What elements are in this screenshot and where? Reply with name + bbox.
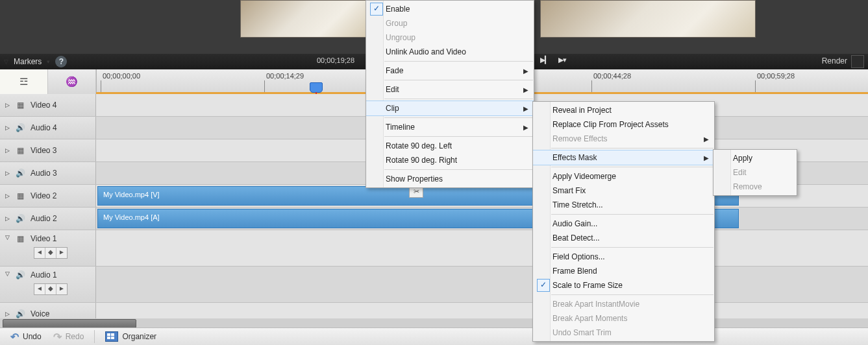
- next-keyframe-icon[interactable]: ►: [56, 248, 67, 258]
- context-menu-main[interactable]: ✓EnableGroupUngroupUnlink Audio and Vide…: [366, 0, 534, 188]
- track-header[interactable]: ▷🔊Audio 2: [0, 208, 96, 230]
- undo-icon: ↶: [10, 331, 19, 343]
- track-expand-icon[interactable]: ▷: [5, 193, 10, 199]
- track-expand-icon[interactable]: ▽: [5, 270, 10, 277]
- menu-item[interactable]: Effects Mask▶: [533, 150, 714, 165]
- context-menu-effects-mask[interactable]: ApplyEditRemove: [713, 149, 797, 196]
- track-header[interactable]: ▷▦Video 3: [0, 139, 96, 161]
- menu-item[interactable]: Beat Detect...: [533, 231, 714, 245]
- menu-item-label: Undo Smart Trim: [552, 328, 612, 337]
- menu-item[interactable]: Rotate 90 deg. Right: [366, 153, 534, 167]
- speaker-icon[interactable]: 🔊: [15, 270, 25, 280]
- submenu-arrow-icon: ▶: [523, 67, 528, 75]
- redo-button[interactable]: ↷ Redo: [49, 329, 88, 344]
- menu-item[interactable]: Timeline▶: [366, 120, 534, 134]
- tool-timeline-icon[interactable]: ☲: [0, 69, 48, 94]
- menu-item[interactable]: Fade▶: [366, 64, 534, 78]
- keyframe-nav[interactable]: ◄◆►: [34, 247, 68, 259]
- track-header[interactable]: ▷🔊Audio 4: [0, 117, 96, 139]
- timeline-scrollbar[interactable]: [0, 318, 868, 327]
- timeline-scrollbar-thumb[interactable]: [3, 319, 136, 328]
- menu-separator: [551, 294, 713, 295]
- menu-item[interactable]: Clip▶: [366, 101, 534, 116]
- menu-item: Remove: [713, 180, 797, 194]
- menu-item-label: Effects Mask: [552, 153, 597, 162]
- speaker-icon[interactable]: 🔊: [15, 123, 25, 132]
- menu-item[interactable]: Unlink Audio and Video: [366, 45, 534, 59]
- track-header[interactable]: ▷▦Video 4: [0, 94, 96, 116]
- speaker-icon[interactable]: 🔊: [15, 309, 25, 318]
- menu-item[interactable]: Reveal in Project: [533, 103, 714, 117]
- organizer-button[interactable]: Organizer: [101, 330, 160, 343]
- speaker-icon[interactable]: 🔊: [15, 214, 25, 223]
- menu-item[interactable]: Smart Fix: [533, 184, 714, 198]
- undo-button[interactable]: ↶ Undo: [6, 329, 45, 344]
- keyframe-nav[interactable]: ◄◆►: [34, 283, 68, 295]
- menu-item[interactable]: Frame Blend: [533, 264, 714, 278]
- menu-item-label: Ungroup: [386, 33, 415, 42]
- track-expand-icon[interactable]: ▽: [5, 234, 10, 241]
- track-header[interactable]: ▽🔊Audio 1◄◆►: [0, 267, 96, 302]
- track-expand-icon[interactable]: ▷: [5, 311, 10, 317]
- track-body[interactable]: My Video.mp4 [A]: [96, 208, 868, 230]
- markers-expand-icon[interactable]: ▽: [4, 58, 8, 65]
- menu-item[interactable]: Audio Gain...: [533, 217, 714, 231]
- track-expand-icon[interactable]: ▷: [5, 147, 10, 154]
- track-header[interactable]: ▷🔊Audio 3: [0, 162, 96, 184]
- next-keyframe-icon[interactable]: ►: [56, 284, 67, 294]
- track-expand-icon[interactable]: ▷: [5, 125, 10, 131]
- playhead[interactable]: [310, 82, 323, 93]
- filmstrip-icon[interactable]: ▦: [15, 146, 25, 155]
- menu-item[interactable]: Show Properties: [366, 172, 534, 186]
- panel-menu-icon[interactable]: [851, 55, 864, 68]
- tool-audio-icon[interactable]: ♒: [48, 69, 96, 94]
- track-name: Video 3: [31, 146, 56, 155]
- menu-item[interactable]: Rotate 90 deg. Left: [366, 139, 534, 153]
- menu-item[interactable]: ✓Enable: [366, 2, 534, 16]
- submenu-arrow-icon: ▶: [523, 86, 528, 93]
- menu-item[interactable]: Replace Clip From Project Assets: [533, 117, 714, 132]
- context-menu-clip[interactable]: Reveal in ProjectReplace Clip From Proje…: [532, 101, 715, 342]
- menu-item-label: Smart Fix: [552, 186, 586, 195]
- organizer-label: Organizer: [122, 332, 156, 341]
- goto-marker-icon[interactable]: ▶▾: [558, 56, 566, 64]
- submenu-arrow-icon: ▶: [523, 105, 528, 112]
- menu-item[interactable]: Apply Videomerge: [533, 169, 714, 184]
- track-header[interactable]: ▽▦Video 1◄◆►: [0, 230, 96, 266]
- menu-item[interactable]: Time Stretch...: [533, 198, 714, 212]
- track-expand-icon[interactable]: ▷: [5, 102, 10, 108]
- menu-item-label: Frame Blend: [552, 267, 597, 276]
- render-button[interactable]: Render: [822, 56, 847, 65]
- track-expand-icon[interactable]: ▷: [5, 215, 10, 222]
- next-frame-icon[interactable]: ▶▎: [540, 56, 549, 64]
- track-expand-icon[interactable]: ▷: [5, 170, 10, 176]
- menu-separator: [551, 247, 713, 248]
- submenu-arrow-icon: ▶: [704, 136, 709, 143]
- menu-item: Group: [366, 16, 534, 30]
- menu-item: Edit: [713, 165, 797, 180]
- menu-item[interactable]: Apply: [713, 151, 797, 165]
- menu-item[interactable]: ✓Scale to Frame Size: [533, 278, 714, 292]
- menu-item-label: Scale to Frame Size: [552, 281, 623, 290]
- markers-label[interactable]: Markers: [14, 57, 42, 66]
- add-keyframe-icon[interactable]: ◆: [45, 284, 56, 294]
- speaker-icon[interactable]: 🔊: [15, 169, 25, 178]
- menu-item-label: Edit: [386, 85, 399, 94]
- menu-item[interactable]: Edit▶: [366, 82, 534, 97]
- menu-item-label: Apply: [733, 154, 752, 163]
- track-body[interactable]: [96, 267, 868, 302]
- prev-keyframe-icon[interactable]: ◄: [34, 284, 45, 294]
- track-header[interactable]: ▷▦Video 2: [0, 185, 96, 207]
- filmstrip-icon[interactable]: ▦: [15, 191, 25, 200]
- add-keyframe-icon[interactable]: ◆: [45, 248, 56, 258]
- menu-item[interactable]: Field Options...: [533, 250, 714, 264]
- filmstrip-icon[interactable]: ▦: [15, 234, 25, 243]
- help-icon[interactable]: ?: [55, 56, 67, 67]
- track-name: Audio 3: [31, 169, 57, 178]
- track-body[interactable]: [96, 230, 868, 266]
- track-row: ▷🔊Audio 2My Video.mp4 [A]: [0, 208, 868, 230]
- prev-keyframe-icon[interactable]: ◄: [34, 248, 45, 258]
- track-name: Video 1: [31, 234, 56, 243]
- markers-dropdown-icon[interactable]: ▾: [47, 58, 50, 65]
- filmstrip-icon[interactable]: ▦: [15, 101, 25, 110]
